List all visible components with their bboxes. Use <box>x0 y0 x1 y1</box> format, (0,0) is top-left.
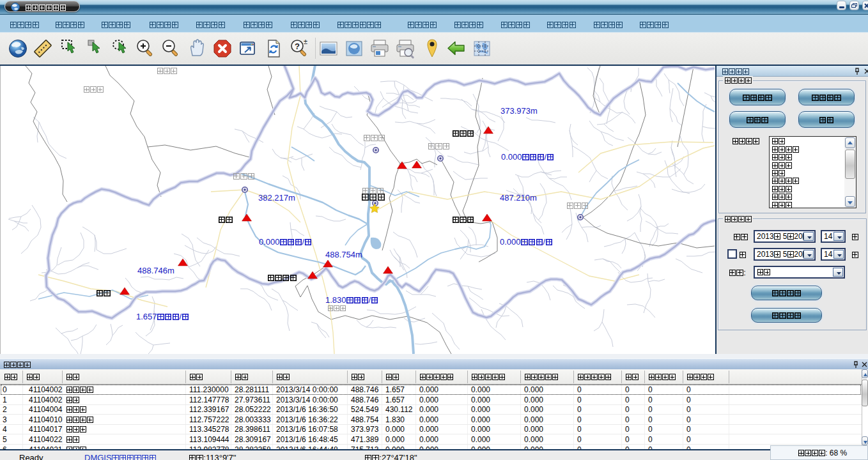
svg-text:±: ± <box>304 38 307 45</box>
svg-text:?: ? <box>295 42 300 51</box>
